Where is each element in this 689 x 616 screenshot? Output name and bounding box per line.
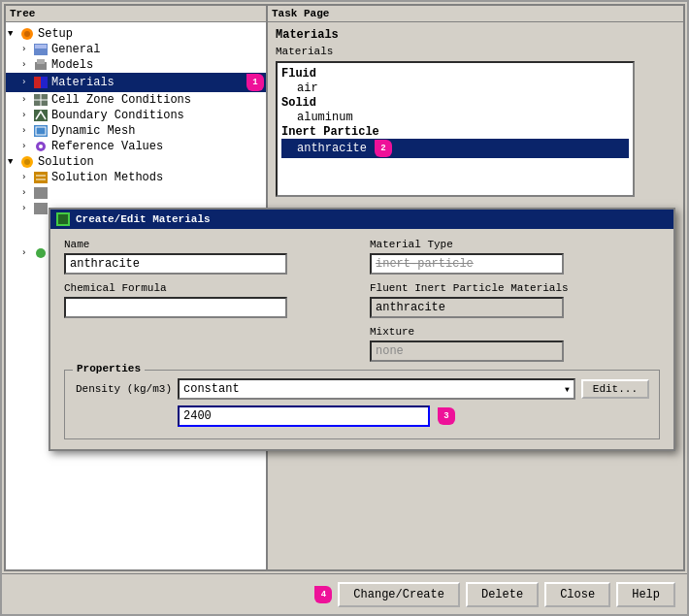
task-subtitle: Materials	[276, 46, 675, 57]
name-group: Name	[64, 239, 354, 275]
materials-list[interactable]: Fluid air Solid aluminum Inert Particle …	[276, 61, 635, 197]
properties-legend: Properties	[73, 363, 145, 374]
properties-section: Properties Density (kg/m3) constant ▼ Ed…	[64, 370, 660, 439]
solution-icon	[19, 155, 35, 169]
chemical-formula-label: Chemical Formula	[64, 282, 354, 294]
delete-button[interactable]: Delete	[466, 582, 539, 607]
tree-item-extra1[interactable]: ›	[6, 185, 266, 201]
density-row: Density (kg/m3) constant ▼ Edit...	[75, 378, 649, 400]
sm-icon	[33, 171, 49, 184]
svg-rect-25	[58, 214, 68, 224]
mixture-input	[370, 340, 564, 362]
tree-item-general[interactable]: › General	[6, 42, 266, 57]
svg-point-17	[24, 159, 30, 165]
density-value-input[interactable]	[178, 405, 430, 427]
svg-rect-5	[37, 59, 45, 64]
dm-icon	[33, 124, 49, 138]
tree-item-label-general: General	[51, 43, 264, 56]
dm-arrow: ›	[21, 126, 33, 136]
close-button[interactable]: Close	[544, 582, 610, 607]
category-solid: Solid	[281, 96, 629, 110]
sm-arrow: ›	[21, 173, 33, 182]
svg-rect-22	[34, 203, 48, 214]
name-label: Name	[64, 239, 354, 250]
dropdown-arrow: ▼	[565, 385, 570, 394]
density-dropdown[interactable]: constant ▼	[178, 378, 575, 400]
material-anthracite[interactable]: anthracite 2	[281, 139, 629, 158]
tree-item-label-setup: Setup	[38, 27, 264, 41]
form-row-2: Chemical Formula Fluent Inert Particle M…	[64, 282, 660, 318]
create-edit-materials-dialog: Create/Edit Materials Name Material Type	[49, 208, 675, 451]
svg-rect-3	[35, 45, 47, 49]
dialog-title-icon	[56, 212, 70, 226]
form-row-3: Mixture	[64, 326, 660, 362]
svg-rect-21	[34, 187, 48, 199]
tree-item-rv[interactable]: › Reference Values	[6, 139, 266, 154]
general-arrow: ›	[21, 45, 33, 54]
material-type-label: Material Type	[370, 239, 660, 250]
category-inert: Inert Particle	[281, 125, 629, 139]
material-aluminum[interactable]: aluminum	[281, 110, 629, 125]
mixture-label: Mixture	[370, 326, 660, 338]
tree-item-label-bc: Boundary Conditions	[51, 109, 264, 122]
tree-item-label-models: Models	[51, 58, 264, 72]
tree-header: Tree	[6, 6, 266, 22]
tree-item-dm[interactable]: › Dynamic Mesh	[6, 123, 266, 139]
tree-item-label-czc: Cell Zone Conditions	[51, 93, 264, 107]
tree-item-label-rv: Reference Values	[51, 140, 264, 153]
tree-item-setup[interactable]: ▼ Setup	[6, 26, 266, 42]
tree-item-bc[interactable]: › Boundary Conditions	[6, 108, 266, 123]
edit-button[interactable]: Edit...	[581, 379, 649, 399]
mixture-group: Mixture	[370, 326, 660, 362]
material-type-input[interactable]	[370, 253, 564, 275]
annotation-badge-3: 3	[438, 407, 455, 425]
tree-item-label-materials: Materials	[51, 76, 241, 89]
change-create-button[interactable]: Change/Create	[338, 582, 460, 607]
czc-arrow: ›	[21, 95, 33, 105]
fluent-materials-group: Fluent Inert Particle Materials	[370, 282, 660, 318]
task-header: Task Page	[268, 6, 683, 22]
tree-item-label-sm: Solution Methods	[51, 171, 264, 184]
general-icon	[33, 43, 49, 56]
fluent-materials-input[interactable]	[370, 297, 564, 318]
fluent-materials-label: Fluent Inert Particle Materials	[370, 282, 660, 294]
extra2-icon	[33, 202, 49, 215]
help-button[interactable]: Help	[616, 582, 675, 607]
models-arrow: ›	[21, 60, 33, 70]
name-input[interactable]	[64, 253, 287, 275]
annotation-badge-2: 2	[375, 140, 392, 157]
annotation-badge-1: 1	[246, 74, 264, 91]
tree-item-label-dm: Dynamic Mesh	[51, 124, 264, 138]
rv-arrow: ›	[21, 142, 33, 151]
materials-arrow: ›	[21, 78, 33, 87]
svg-rect-7	[41, 77, 48, 88]
extra3-icon	[33, 246, 49, 260]
extra1-icon	[33, 186, 49, 200]
dialog-titlebar: Create/Edit Materials	[50, 210, 673, 229]
tree-item-solution[interactable]: ▼ Solution	[6, 154, 266, 170]
setup-arrow: ▼	[8, 29, 19, 39]
dialog-title: Create/Edit Materials	[76, 213, 211, 225]
tree-item-materials[interactable]: › Materials 1	[6, 73, 266, 92]
svg-rect-6	[34, 77, 41, 88]
category-fluid: Fluid	[281, 67, 629, 81]
chemical-formula-input[interactable]	[64, 297, 287, 318]
tree-item-models[interactable]: › Models	[6, 57, 266, 73]
svg-point-1	[24, 31, 30, 37]
materials-icon	[33, 76, 49, 89]
solution-arrow: ▼	[8, 157, 19, 167]
tree-item-czc[interactable]: › Cell Zone Conditions	[6, 92, 266, 108]
svg-point-15	[39, 145, 43, 148]
tree-item-label-solution: Solution	[38, 155, 264, 169]
material-air[interactable]: air	[281, 81, 629, 96]
rv-icon	[33, 140, 49, 153]
bc-icon	[33, 109, 49, 122]
setup-icon	[19, 27, 35, 41]
form-row-1: Name Material Type	[64, 239, 660, 275]
task-title: Materials	[276, 28, 675, 42]
tree-item-sm[interactable]: › Solution Methods	[6, 170, 266, 185]
density-label: Density (kg/m3)	[75, 383, 172, 395]
svg-rect-18	[34, 172, 48, 183]
material-type-group: Material Type	[370, 239, 660, 275]
czc-icon	[33, 93, 49, 107]
